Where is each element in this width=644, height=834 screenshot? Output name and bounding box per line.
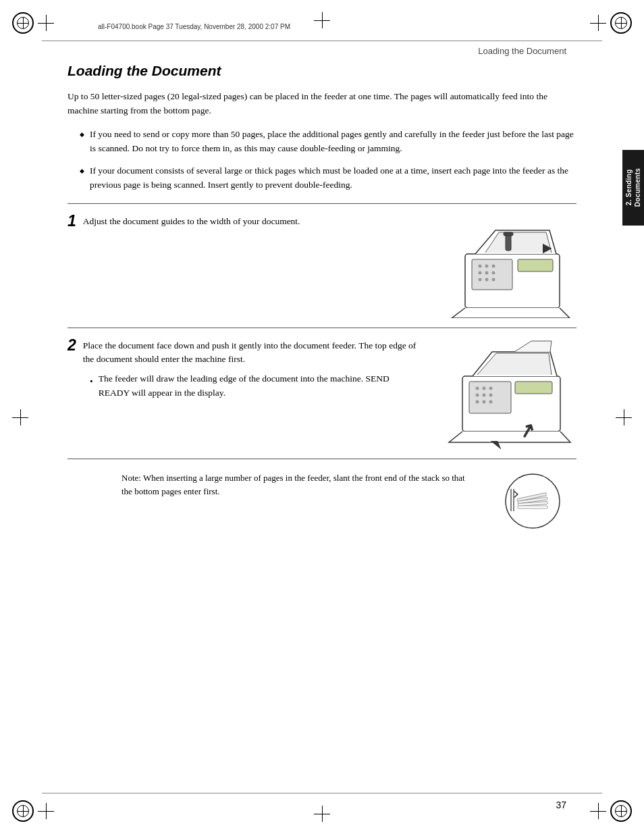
step1-illustration (431, 213, 576, 318)
main-content: Loading the Document Up to 50 letter-siz… (68, 44, 576, 790)
crosshair-tl (38, 15, 54, 31)
svg-point-4 (492, 264, 495, 267)
circle-decoration-br (610, 800, 632, 822)
svg-point-18 (489, 386, 493, 390)
svg-point-3 (485, 264, 489, 267)
crosshair-mid-left (12, 409, 28, 425)
svg-rect-31 (518, 506, 547, 509)
crosshair-br (590, 803, 606, 819)
circle-decoration-tl (12, 12, 34, 34)
intro-paragraph: Up to 50 letter-sized pages (20 legal-si… (68, 90, 576, 118)
step2-section: 2 Place the document face down and push … (68, 328, 576, 459)
svg-point-17 (483, 386, 486, 390)
svg-point-6 (485, 271, 489, 274)
svg-point-7 (492, 271, 495, 274)
svg-rect-12 (506, 234, 511, 251)
crosshair-mid-right (616, 409, 632, 425)
svg-rect-15 (469, 382, 511, 413)
section-heading: Loading the Document (68, 63, 576, 79)
svg-rect-25 (515, 382, 552, 394)
svg-point-2 (479, 264, 482, 267)
svg-point-8 (479, 278, 482, 281)
step1-section: 1 Adjust the document guides to the widt… (68, 203, 576, 328)
corner-bottom-left (12, 800, 54, 822)
bottom-border-line (42, 793, 602, 793)
svg-point-5 (479, 271, 482, 274)
crosshair-mid-top (314, 12, 330, 28)
page-number: 37 (556, 800, 566, 810)
step1-content: 1 Adjust the document guides to the widt… (68, 213, 421, 229)
note-section: Note: When inserting a large number of p… (122, 471, 576, 531)
svg-point-10 (492, 278, 495, 281)
step2-number: 2 (68, 338, 76, 353)
bullet-item-1: ◆ If you need to send or copy more than … (80, 128, 576, 156)
crosshair-bl (38, 803, 54, 819)
svg-point-23 (483, 400, 486, 403)
circle-decoration-bl (12, 800, 34, 822)
corner-top-left (12, 12, 54, 34)
svg-rect-11 (518, 259, 553, 271)
bullet-item-2: ◆ If your document consists of several l… (80, 164, 576, 192)
circle-decoration-tr (610, 12, 632, 34)
bullet-diamond-2: ◆ (80, 167, 84, 192)
svg-rect-1 (472, 259, 512, 290)
bullet-dot: • (90, 375, 93, 400)
svg-rect-13 (504, 232, 513, 236)
crosshair-mid-bottom (314, 806, 330, 822)
step2-illustration: ↗ (431, 338, 576, 449)
svg-point-19 (476, 393, 479, 396)
step1-number: 1 (68, 213, 76, 229)
svg-point-9 (485, 278, 489, 281)
note-svg (489, 471, 576, 531)
svg-point-20 (483, 393, 486, 396)
step1-text: Adjust the document guides to the width … (83, 215, 300, 229)
fax-machine-svg-2: ↗ (431, 338, 576, 449)
note-illustration (489, 471, 576, 531)
step2-sub-bullet: • The feeder will draw the leading edge … (90, 372, 421, 400)
fax-machine-svg-1 (431, 213, 576, 318)
corner-top-right (590, 12, 632, 34)
svg-point-22 (476, 400, 479, 403)
top-border-line (42, 41, 602, 41)
side-tab-text: 2. SendingDocuments (624, 168, 642, 207)
svg-point-21 (489, 393, 493, 396)
step2-text: Place the document face down and push it… (83, 339, 421, 367)
bullet-diamond-1: ◆ (80, 130, 84, 156)
side-tab: 2. SendingDocuments (622, 150, 644, 226)
crosshair-tr (590, 15, 606, 31)
svg-point-16 (476, 386, 479, 390)
step2-content: 2 Place the document face down and push … (68, 338, 421, 401)
header-file-info: all-F04700.book Page 37 Tuesday, Novembe… (98, 23, 290, 30)
corner-bottom-right (590, 800, 632, 822)
note-text: Note: When inserting a large number of p… (122, 471, 475, 498)
svg-point-24 (489, 400, 493, 403)
